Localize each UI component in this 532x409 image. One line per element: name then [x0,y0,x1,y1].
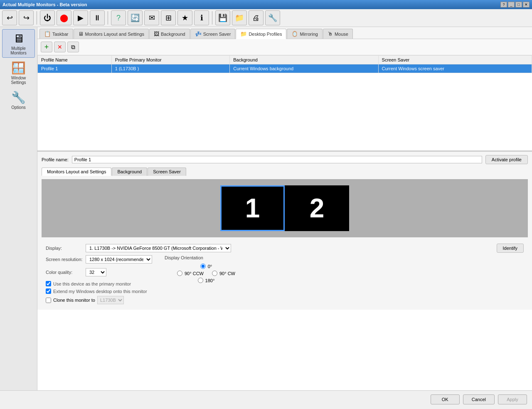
settings2-btn[interactable]: 🖨 [249,10,264,25]
extend-desktop-checkbox[interactable] [46,288,51,294]
sidebar-label-window-settings: Window Settings [4,76,33,85]
grid-btn[interactable]: ⊞ [161,10,176,25]
radio-0deg[interactable] [200,264,206,269]
tab-mirroring[interactable]: 🪞 Mirroring [287,29,322,39]
title-bar: Actual Multiple Monitors - Beta version … [0,0,532,9]
redo-btn[interactable]: ↪ [19,10,34,25]
window-title: Actual Multiple Monitors - Beta version [2,2,87,7]
taskbar-tab-label: Taskbar [52,32,69,37]
radio-0deg-row: 0° [165,264,248,269]
tab-taskbar[interactable]: 📋 Taskbar [39,29,73,39]
radio-90ccw[interactable] [177,271,182,276]
monitor-1-box[interactable]: 1 [220,185,285,231]
color-quality-select[interactable]: 32 [86,268,106,276]
sub-tab-background[interactable]: Background [112,168,147,176]
main-toolbar: ↩ ↪ ⏻ ⬤ ▶ ⏸ ? 🔄 ✉ ⊞ ★ ℹ 💾 📁 🖨 🔧 [0,9,532,27]
ok-btn[interactable]: OK [431,394,460,404]
pause-btn[interactable]: ⏸ [90,10,105,25]
radio-90cw[interactable] [212,271,217,276]
radio-180deg[interactable] [198,278,203,283]
tab-mouse[interactable]: 🖱 Mouse [323,29,353,39]
save-btn[interactable]: 💾 [215,10,230,25]
sub-tab-screen-saver[interactable]: Screen Saver [148,168,186,176]
maximize-btn[interactable]: □ [515,2,522,7]
profile-name-label: Profile name: [42,157,69,162]
display-select[interactable]: 1. L1730B -> NVIDIA GeForce 8500 GT (Mic… [86,244,231,252]
tab-desktop-profiles[interactable]: 📁 Desktop Profiles [236,29,286,39]
sidebar-item-window-settings[interactable]: 🪟 Window Settings [2,59,35,87]
play-btn[interactable]: ▶ [73,10,88,25]
delete-profile-btn[interactable]: ✕ [54,42,66,52]
resolution-label: Screen resolution: [46,257,83,262]
refresh-btn[interactable]: 🔄 [128,10,143,25]
main-layout: 🖥 Multiple Monitors 🪟 Window Settings 🔧 … [0,27,532,390]
options-icon: 🔧 [11,91,26,104]
undo-btn[interactable]: ↩ [2,10,17,25]
screen-saver-tab-label: Screen Saver [203,32,231,37]
extend-desktop-row: Extend my Windows desktop onto this moni… [46,288,152,294]
use-primary-label: Use this device as the primary monitor [53,281,131,286]
sub-tab-monitors-layout[interactable]: Monitors Layout and Settings [42,168,111,176]
sidebar-item-multiple-monitors[interactable]: 🖥 Multiple Monitors [2,29,35,58]
color-quality-row: Color quality: 32 [46,268,152,276]
stop-btn[interactable]: ⬤ [57,10,71,25]
tab-background[interactable]: 🖼 Background [149,29,190,39]
sidebar-item-options[interactable]: 🔧 Options [2,88,35,112]
profile-table-container: Profile Name Profile Primary Monitor Bac… [37,55,532,151]
sub-tabs-row: Monitors Layout and Settings Background … [42,168,528,176]
help-title-btn[interactable]: ? [500,2,507,7]
clone-label: Clone this monitor to [53,298,95,303]
col-profile-name: Profile Name [38,56,112,64]
activate-profile-btn[interactable]: Activate profile [485,155,528,164]
folder-btn[interactable]: 📁 [232,10,247,25]
clone-checkbox[interactable] [46,298,51,303]
cell-screen-saver: Current Windows screen saver [378,64,532,73]
apply-btn[interactable]: Apply [498,394,527,404]
star-btn[interactable]: ★ [177,10,192,25]
toolbar-sep-1 [37,11,37,25]
radio-90-row: 90° CCW 90° CW [165,271,248,276]
col-background: Background [230,56,378,64]
use-primary-checkbox[interactable] [46,281,51,286]
profile-table: Profile Name Profile Primary Monitor Bac… [37,55,532,73]
taskbar-tab-icon: 📋 [44,31,51,37]
orientation-radio-group: 0° 90° CCW 90° CW [165,264,248,283]
window-settings-icon: 🪟 [11,61,26,75]
window-controls[interactable]: ? _ □ ✕ [500,2,530,7]
profile-name-row: Profile name: Activate profile [42,155,528,164]
profile-name-input[interactable] [72,156,482,163]
cancel-btn[interactable]: Cancel [463,394,495,404]
cell-profile-name: Profile 1 [38,64,112,73]
settings-col-left: Screen resolution: 1280 x 1024 (recommen… [46,255,152,304]
radio-180deg-label: 180° [205,278,215,283]
copy-profile-btn[interactable]: ⧉ [67,42,79,52]
desktop-profiles-tab-icon: 📁 [240,31,247,37]
email-btn[interactable]: ✉ [144,10,159,25]
toolbar-sep-2 [108,11,108,25]
display-label: Display: [46,246,83,251]
mouse-tab-icon: 🖱 [328,31,333,37]
help-btn[interactable]: ? [111,10,126,25]
config-btn[interactable]: 🔧 [265,10,280,25]
clone-select[interactable]: L1730B [97,296,124,304]
background-tab-icon: 🖼 [154,31,159,37]
table-row[interactable]: Profile 1 1 (L1730B ) Current Windows ba… [38,64,532,73]
close-btn[interactable]: ✕ [523,2,530,7]
monitor-display-area: 1 2 [42,179,528,237]
monitor-2-box[interactable]: 2 [285,185,349,231]
identify-btn[interactable]: Identify [497,244,524,253]
radio-90ccw-row: 90° CCW [177,271,204,276]
extend-desktop-label: Extend my Windows desktop onto this moni… [53,289,147,294]
resolution-select[interactable]: 1280 x 1024 (recommended) [86,255,152,264]
toolbar-sep-3 [212,11,212,25]
minimize-btn[interactable]: _ [508,2,515,7]
tab-monitors-layout[interactable]: 🖥 Monitors Layout and Settings [74,29,149,39]
add-profile-btn[interactable]: + [41,42,52,52]
use-primary-row: Use this device as the primary monitor [46,281,152,286]
tab-screen-saver[interactable]: 💤 Screen Saver [190,29,236,39]
cell-background: Current Windows background [230,64,378,73]
power-btn[interactable]: ⏻ [40,10,55,25]
info-btn[interactable]: ℹ [194,10,209,25]
color-quality-label: Color quality: [46,270,83,275]
profile-details: Profile name: Activate profile Monitors … [37,151,532,310]
